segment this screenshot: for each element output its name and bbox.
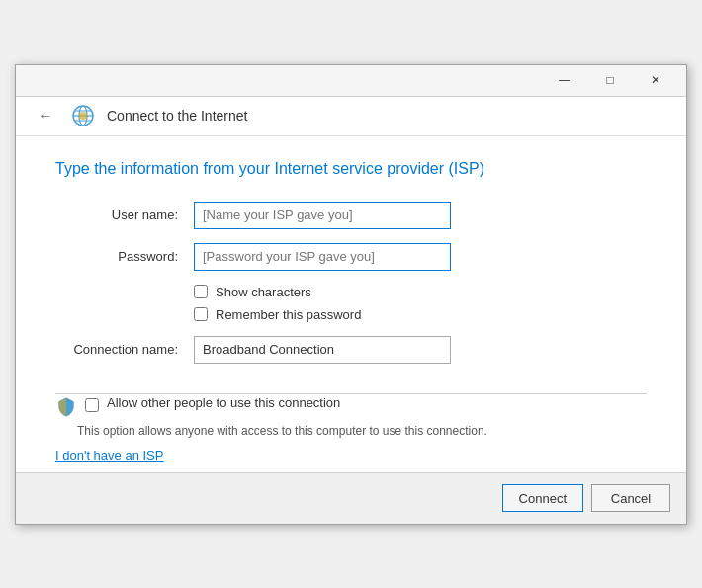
remember-password-checkbox[interactable] xyxy=(194,307,208,321)
remember-password-label[interactable]: Remember this password xyxy=(216,307,361,322)
allow-others-checkbox[interactable] xyxy=(85,398,99,412)
password-group: Password: xyxy=(55,243,647,271)
allow-text-block: Allow other people to use this connectio… xyxy=(107,394,340,412)
no-isp-link[interactable]: I don't have an ISP xyxy=(55,448,163,462)
remember-password-row: Remember this password xyxy=(194,307,647,322)
minimize-button[interactable]: — xyxy=(542,64,587,96)
close-button[interactable]: ✕ xyxy=(633,64,678,96)
connection-name-label: Connection name: xyxy=(55,342,194,357)
nav-title: Connect to the Internet xyxy=(107,108,247,124)
cancel-button[interactable]: Cancel xyxy=(591,484,670,512)
connection-name-group: Connection name: xyxy=(55,336,647,364)
allow-label[interactable]: Allow other people to use this connectio… xyxy=(107,394,340,412)
title-bar: — □ ✕ xyxy=(16,65,686,97)
svg-point-5 xyxy=(79,112,87,120)
main-window: — □ ✕ ← Connect to the Internet Type the… xyxy=(15,64,687,525)
bottom-section: Allow other people to use this connectio… xyxy=(16,394,686,472)
connect-button[interactable]: Connect xyxy=(502,484,583,512)
checkboxes-group: Show characters Remember this password xyxy=(194,285,647,322)
show-characters-checkbox[interactable] xyxy=(194,285,208,298)
username-label: User name: xyxy=(55,208,194,222)
title-bar-controls: — □ ✕ xyxy=(542,64,678,96)
username-input[interactable] xyxy=(194,202,451,229)
globe-icon xyxy=(71,104,95,127)
footer: Connect Cancel xyxy=(16,472,686,524)
password-input[interactable] xyxy=(194,243,451,271)
connection-name-input[interactable] xyxy=(194,336,451,364)
show-characters-label[interactable]: Show characters xyxy=(216,285,311,299)
allow-row: Allow other people to use this connectio… xyxy=(55,394,647,418)
maximize-button[interactable]: □ xyxy=(587,64,633,96)
content-area: Type the information from your Internet … xyxy=(16,136,686,393)
section-title: Type the information from your Internet … xyxy=(55,160,647,178)
show-characters-row: Show characters xyxy=(194,285,647,299)
shield-icon xyxy=(55,396,77,418)
allow-description: This option allows anyone with access to… xyxy=(77,424,647,438)
nav-bar: ← Connect to the Internet xyxy=(16,97,686,136)
back-button[interactable]: ← xyxy=(32,103,59,128)
password-label: Password: xyxy=(55,249,194,264)
username-group: User name: xyxy=(55,202,647,229)
